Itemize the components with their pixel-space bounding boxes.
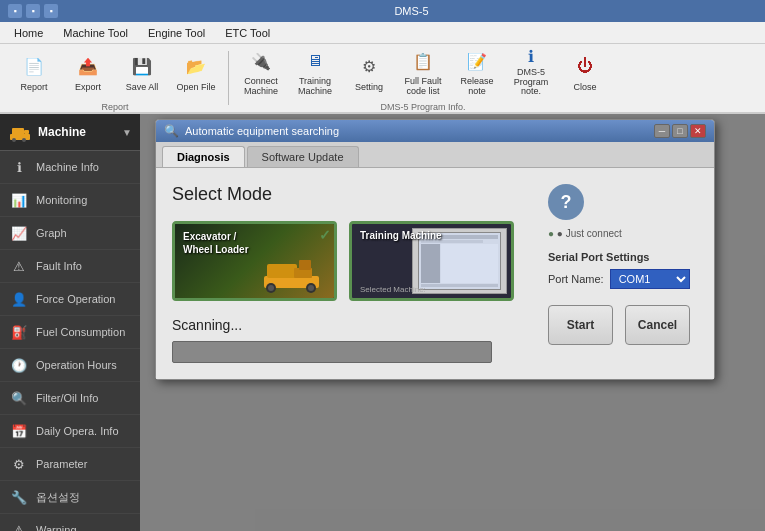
svg-point-4	[22, 138, 26, 142]
toolbar-open-file-button[interactable]: 📂 Open File	[170, 44, 222, 100]
toolbar-dms5-note-button[interactable]: ℹ DMS-5 Programnote.	[505, 44, 557, 100]
svg-rect-6	[267, 264, 297, 278]
sidebar-item-options-settings[interactable]: 🔧 옵션설정	[0, 481, 140, 514]
sidebar-item-fault-info[interactable]: ⚠ Fault Info	[0, 250, 140, 283]
svg-point-3	[12, 138, 16, 142]
sidebar: Machine ▼ ℹ Machine Info 📊 Monitoring 📈 …	[0, 114, 140, 531]
modal-tabs: Diagnosis Software Update	[156, 142, 714, 168]
modal-overlay: 🔍 Automatic equipment searching ─ □ ✕ Di…	[140, 114, 765, 531]
menu-etc-tool[interactable]: ETC Tool	[215, 25, 280, 41]
mode-cards: Excavator /Wheel Loader ✓	[172, 221, 532, 301]
content-area: Machine ▼ ℹ Machine Info 📊 Monitoring 📈 …	[0, 114, 765, 531]
modal-content-row: Select Mode Excavator /Wheel Loader ✓	[172, 184, 698, 363]
toolbar-report-label: Report	[101, 102, 128, 112]
sidebar-item-monitoring[interactable]: 📊 Monitoring	[0, 184, 140, 217]
sidebar-item-graph[interactable]: 📈 Graph	[0, 217, 140, 250]
menu-machine-tool[interactable]: Machine Tool	[53, 25, 138, 41]
training-label: Training Machine	[360, 230, 442, 241]
fuel-consumption-icon: ⛽	[10, 323, 28, 341]
toolbar-full-fault-button[interactable]: 📋 Full Faultcode list	[397, 44, 449, 100]
modal-left-content: Select Mode Excavator /Wheel Loader ✓	[172, 184, 532, 363]
sidebar-item-machine-info[interactable]: ℹ Machine Info	[0, 151, 140, 184]
filter-oil-icon: 🔍	[10, 389, 28, 407]
modal-controls: ─ □ ✕	[654, 124, 706, 138]
setting-icon: ⚙	[354, 51, 384, 81]
toolbar-setting-button[interactable]: ⚙ Setting	[343, 44, 395, 100]
daily-opera-icon: 📅	[10, 422, 28, 440]
menu-engine-tool[interactable]: Engine Tool	[138, 25, 215, 41]
open-file-icon: 📂	[181, 51, 211, 81]
modal-body: Select Mode Excavator /Wheel Loader ✓	[156, 168, 714, 379]
toolbar-connect-machine-button[interactable]: 🔌 ConnectMachine	[235, 44, 287, 100]
modal-titlebar: 🔍 Automatic equipment searching ─ □ ✕	[156, 120, 714, 142]
svg-point-12	[308, 285, 314, 291]
toolbar-dms5-label: DMS-5 Program Info.	[380, 102, 465, 112]
sidebar-item-daily-opera[interactable]: 📅 Daily Opera. Info	[0, 415, 140, 448]
toolbar-close-button[interactable]: ⏻ Close	[559, 44, 611, 100]
modal-minimize-button[interactable]: ─	[654, 124, 670, 138]
training-machine-card[interactable]: Training Machine	[349, 221, 514, 301]
toolbar-release-button[interactable]: 📝 Releasenote	[451, 44, 503, 100]
menu-home[interactable]: Home	[4, 25, 53, 41]
toolbar-report-buttons: 📄 Report 📤 Export 💾 Save All 📂 Open File	[8, 44, 222, 100]
title-bar: ▪ ▪ ▪ DMS-5	[0, 0, 765, 22]
modal-maximize-button[interactable]: □	[672, 124, 688, 138]
excavator-card-content: Excavator /Wheel Loader ✓	[175, 224, 334, 298]
graph-icon: 📈	[10, 224, 28, 242]
toolbar-training-machine-button[interactable]: 🖥 TrainingMachine	[289, 44, 341, 100]
tab-software-update[interactable]: Software Update	[247, 146, 359, 167]
menu-bar: Home Machine Tool Engine Tool ETC Tool	[0, 22, 765, 44]
scanning-progress-bar	[172, 341, 492, 363]
sidebar-item-warning[interactable]: ⚠ Warning	[0, 514, 140, 531]
svg-rect-1	[12, 128, 24, 135]
start-button[interactable]: Start	[548, 305, 613, 345]
modal-close-button[interactable]: ✕	[690, 124, 706, 138]
toolbar-dms5-buttons: 🔌 ConnectMachine 🖥 TrainingMachine ⚙ Set…	[235, 44, 611, 100]
just-connect-label: ● ● Just connect	[548, 228, 622, 239]
sidebar-title: Machine	[38, 125, 86, 139]
serial-port-settings-label: Serial Port Settings	[548, 251, 649, 263]
toolbar-report-button[interactable]: 📄 Report	[8, 44, 60, 100]
options-settings-icon: 🔧	[10, 488, 28, 506]
toolbar-export-button[interactable]: 📤 Export	[62, 44, 114, 100]
sidebar-item-filter-oil[interactable]: 🔍 Filter/Oil Info	[0, 382, 140, 415]
help-icon[interactable]: ?	[548, 184, 584, 220]
port-name-select[interactable]: COM1	[610, 269, 690, 289]
toolbar-report-group: 📄 Report 📤 Export 💾 Save All 📂 Open File…	[8, 44, 222, 112]
cancel-button[interactable]: Cancel	[625, 305, 690, 345]
action-buttons: Start Cancel	[548, 305, 690, 345]
connect-machine-icon: 🔌	[246, 47, 276, 75]
training-machine-icon: 🖥	[300, 47, 330, 75]
scanning-title: Scanning...	[172, 317, 532, 333]
sidebar-collapse-icon[interactable]: ▼	[122, 127, 132, 138]
full-fault-icon: 📋	[408, 47, 438, 75]
title-icon-1: ▪	[8, 4, 22, 18]
modal-title-icon: 🔍	[164, 124, 179, 138]
export-icon: 📤	[73, 51, 103, 81]
main-panel: 🔍 Automatic equipment searching ─ □ ✕ Di…	[140, 114, 765, 531]
port-row: Port Name: COM1	[548, 269, 690, 289]
excavator-silhouette	[259, 248, 329, 293]
sidebar-item-fuel-consumption[interactable]: ⛽ Fuel Consumption	[0, 316, 140, 349]
sidebar-item-operation-hours[interactable]: 🕐 Operation Hours	[0, 349, 140, 382]
modal-dialog: 🔍 Automatic equipment searching ─ □ ✕ Di…	[155, 119, 715, 380]
machine-info-icon: ℹ	[10, 158, 28, 176]
modal-title: Automatic equipment searching	[185, 125, 654, 137]
sidebar-item-parameter[interactable]: ⚙ Parameter	[0, 448, 140, 481]
title-bar-icons: ▪ ▪ ▪	[8, 4, 58, 18]
toolbar-dms5-group: 🔌 ConnectMachine 🖥 TrainingMachine ⚙ Set…	[235, 44, 611, 112]
toolbar-save-all-button[interactable]: 💾 Save All	[116, 44, 168, 100]
app-title: DMS-5	[66, 5, 757, 17]
tab-diagnosis[interactable]: Diagnosis	[162, 146, 245, 167]
sidebar-item-force-operation[interactable]: 👤 Force Operation	[0, 283, 140, 316]
fault-info-icon: ⚠	[10, 257, 28, 275]
operation-hours-icon: 🕐	[10, 356, 28, 374]
excavator-card[interactable]: Excavator /Wheel Loader ✓	[172, 221, 337, 301]
toolbar: 📄 Report 📤 Export 💾 Save All 📂 Open File…	[0, 44, 765, 114]
warning-icon: ⚠	[10, 521, 28, 531]
svg-point-10	[268, 285, 274, 291]
modal-right-panel: ? ● ● Just connect Serial Port Settings …	[548, 184, 698, 363]
sidebar-machine-header[interactable]: Machine ▼	[0, 114, 140, 151]
training-card-content: Training Machine	[352, 224, 511, 298]
port-name-label: Port Name:	[548, 273, 604, 285]
